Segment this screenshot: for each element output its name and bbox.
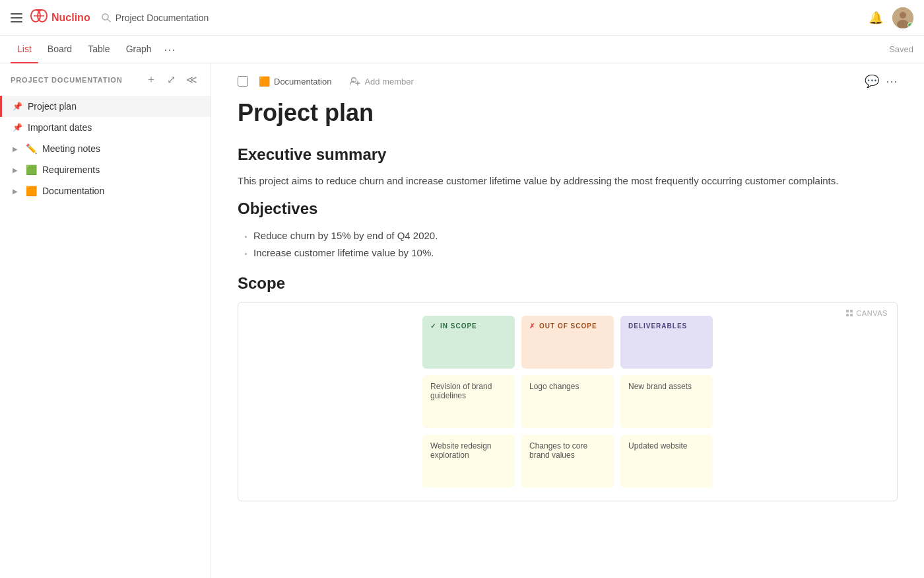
canvas-container: CANVAS ✓ IN SCOPE ✗ OUT OF SCOPE DELIVER… [238, 302, 898, 501]
scope-heading: Scope [238, 274, 898, 293]
objectives-heading: Objectives [238, 199, 898, 218]
board-card[interactable]: New brand assets [620, 375, 713, 428]
svg-line-5 [108, 19, 110, 22]
sidebar-item-documentation[interactable]: ▶ 🟧 Documentation ▭ [0, 180, 211, 201]
svg-rect-14 [846, 314, 849, 316]
col-header-label: OUT OF SCOPE [539, 322, 597, 330]
sidebar-add-button[interactable]: ＋ [143, 71, 159, 88]
col-header-label: DELIVERABLES [628, 322, 687, 330]
logo-icon [30, 9, 48, 27]
executive-summary-text: This project aims to reduce churn and in… [238, 173, 898, 189]
sidebar-item-label: Requirements [42, 164, 187, 175]
board-grid: ✓ IN SCOPE ✗ OUT OF SCOPE DELIVERABLES R… [251, 316, 884, 488]
objective-item: Increase customer lifetime value by 10%. [253, 244, 898, 262]
sidebar-item-label: Important dates [28, 122, 200, 133]
content-action-buttons: 💬 ⋯ [865, 74, 898, 89]
tab-table[interactable]: Table [81, 36, 116, 63]
x-icon: ✗ [529, 322, 535, 330]
board-card[interactable]: Changes to core brand values [521, 435, 614, 488]
col-header-in-scope: ✓ IN SCOPE [422, 316, 515, 369]
board-card[interactable]: Updated website [620, 435, 713, 488]
sidebar-item-meeting-notes[interactable]: ▶ ✏️ Meeting notes ▭ [0, 138, 211, 159]
emoji-icon: 🟩 [26, 164, 37, 175]
avatar-online-dot [908, 22, 913, 28]
topbar-right: 🔔 [869, 7, 913, 28]
sidebar-items-list: 📌 Project plan 📌 Important dates ▶ ✏️ Me… [0, 96, 211, 578]
card-text: Updated website [628, 441, 687, 451]
breadcrumb-text[interactable]: Documentation [274, 77, 331, 87]
sidebar-item-label: Documentation [42, 186, 187, 196]
sidebar-section-title: PROJECT DOCUMENTATION [11, 76, 138, 84]
board-card[interactable]: Revision of brand guidelines [422, 375, 515, 428]
tab-board[interactable]: Board [41, 36, 79, 63]
tab-graph[interactable]: Graph [119, 36, 158, 63]
board-card[interactable]: Website redesign exploration [422, 435, 515, 488]
sidebar: PROJECT DOCUMENTATION ＋ ⤢ ≪ 📌 Project pl… [0, 63, 211, 578]
chevron-right-icon: ▶ [13, 145, 18, 153]
comment-button[interactable]: 💬 [865, 74, 879, 89]
sidebar-item-label: Meeting notes [42, 143, 187, 154]
chevron-right-icon: ▶ [13, 166, 18, 174]
tabbar: List Board Table Graph ⋯ Saved [0, 36, 924, 63]
col-header-label: IN SCOPE [440, 322, 477, 330]
emoji-icon: ✏️ [26, 143, 37, 154]
breadcrumb: 🟧 Documentation [259, 76, 331, 87]
search-icon [101, 13, 112, 23]
card-text: New brand assets [628, 382, 692, 391]
card-text: Revision of brand guidelines [430, 382, 492, 400]
card-text: Logo changes [529, 382, 579, 391]
card-text: Website redesign exploration [430, 441, 492, 460]
sidebar-item-important-dates[interactable]: 📌 Important dates [0, 117, 211, 138]
topbar: Nuclino Project Documentation 🔔 [0, 0, 924, 36]
sidebar-expand-button[interactable]: ⤢ [164, 71, 178, 88]
add-member-icon [350, 77, 360, 86]
tab-more-button[interactable]: ⋯ [164, 44, 176, 55]
svg-point-7 [900, 12, 906, 18]
sidebar-action-buttons: ＋ ⤢ ≪ [143, 71, 200, 88]
card-text: Changes to core brand values [529, 441, 587, 460]
content-toolbar: 🟧 Documentation Add member 💬 ⋯ [238, 63, 898, 96]
notification-icon[interactable]: 🔔 [869, 11, 883, 25]
saved-label: Saved [889, 44, 913, 54]
add-member-button[interactable]: Add member [350, 77, 413, 87]
sidebar-item-label: Project plan [28, 101, 200, 112]
pin-icon: 📌 [13, 123, 22, 132]
sidebar-collapse-button[interactable]: ≪ [183, 71, 200, 88]
breadcrumb-icon: 🟧 [259, 76, 270, 87]
tab-list[interactable]: List [11, 36, 38, 63]
main-layout: PROJECT DOCUMENTATION ＋ ⤢ ≪ 📌 Project pl… [0, 63, 924, 578]
user-avatar[interactable] [892, 7, 913, 28]
col-header-deliverables: DELIVERABLES [620, 316, 713, 369]
document-title: Project plan [238, 99, 898, 127]
content-area: 🟧 Documentation Add member 💬 ⋯ Project p… [211, 63, 924, 578]
topbar-doc-title: Project Documentation [116, 13, 209, 23]
executive-summary-heading: Executive summary [238, 145, 898, 164]
canvas-label: CANVAS [845, 309, 888, 317]
check-icon: ✓ [430, 322, 436, 330]
emoji-icon: 🟧 [26, 186, 37, 196]
sidebar-item-requirements[interactable]: ▶ 🟩 Requirements ▭ [0, 159, 211, 180]
doc-checkbox[interactable] [238, 76, 248, 87]
sidebar-item-project-plan[interactable]: 📌 Project plan [0, 96, 211, 117]
chevron-right-icon: ▶ [13, 188, 18, 195]
svg-rect-15 [850, 314, 853, 316]
search-area[interactable]: Project Documentation [101, 13, 869, 23]
canvas-icon [845, 309, 853, 317]
objectives-list: Reduce churn by 15% by end of Q4 2020. I… [238, 227, 898, 261]
col-header-out-scope: ✗ OUT OF SCOPE [521, 316, 614, 369]
logo[interactable]: Nuclino [30, 9, 90, 27]
menu-button[interactable] [11, 13, 22, 22]
logo-text: Nuclino [51, 12, 90, 24]
canvas-label-text: CANVAS [856, 309, 888, 317]
sidebar-header: PROJECT DOCUMENTATION ＋ ⤢ ≪ [0, 63, 211, 96]
pin-icon: 📌 [13, 102, 22, 111]
add-member-label: Add member [364, 77, 413, 87]
svg-rect-13 [850, 310, 853, 312]
objective-item: Reduce churn by 15% by end of Q4 2020. [253, 227, 898, 244]
more-options-button[interactable]: ⋯ [886, 74, 898, 89]
board-card[interactable]: Logo changes [521, 375, 614, 428]
svg-rect-12 [846, 310, 849, 312]
